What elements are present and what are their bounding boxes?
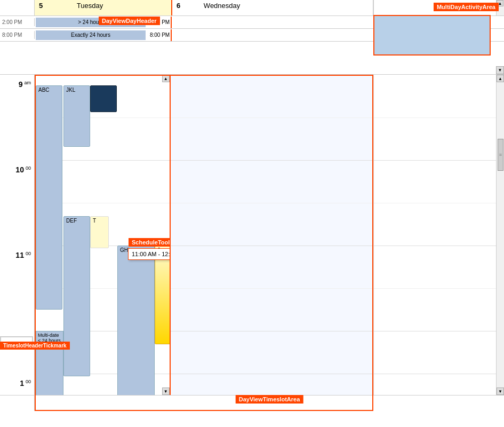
event-jkl[interactable]: JKL (63, 85, 90, 147)
tuesday-label: Tuesday (77, 2, 103, 10)
scrollbar-down-arrow[interactable]: ▼ (497, 388, 504, 395)
main-area: 9 am 10 00 11 00 12 pm TimeslotHeaderTic… (0, 75, 504, 395)
scrollbar-grip: ≡ (499, 152, 502, 157)
right-half-hour-1130 (374, 288, 496, 289)
hour-10: 10 (15, 165, 24, 174)
wed-hour-line-10 (171, 160, 373, 161)
event-t[interactable]: T (90, 216, 109, 248)
scrollbar-up-arrow[interactable]: ▲ (497, 75, 504, 82)
wednesday-label: Wednesday (204, 2, 240, 10)
dayview-day-header-label: DayViewDayHeader (99, 17, 160, 25)
wednesday-column (171, 75, 373, 395)
hour-11: 11 (15, 251, 24, 259)
tuesday-header: 5 Tuesday DayViewDayHeader (35, 0, 172, 15)
time-label-10: 10 00 (15, 165, 31, 174)
time-label-9am: 9 am (19, 80, 31, 89)
wed-half-hour-1030 (171, 203, 373, 203)
event-ghi[interactable]: GHI (117, 246, 155, 395)
event-jkl-label: JKL (66, 87, 75, 93)
wed-half-hour-930 (171, 117, 373, 118)
right-hour-line-10 (374, 160, 496, 161)
tuesday-num: 5 (39, 2, 43, 10)
dayview-timeslot-area-label: DayViewTimeslotArea (236, 395, 303, 404)
min-10: 00 (26, 165, 31, 171)
wed-half-hour-1130 (171, 288, 373, 289)
scroll-down-header[interactable]: ▼ (496, 66, 504, 74)
wed-hour-line-11 (171, 246, 373, 246)
right-half-hour-1030 (374, 203, 496, 203)
right-column (373, 75, 496, 395)
right-hour-line-12 (374, 331, 496, 331)
event-def-label: DEF (66, 218, 77, 224)
min-1: 00 (26, 379, 31, 384)
event-abc[interactable]: ABC (36, 85, 62, 310)
bottom-area: DayViewTimeslotArea (0, 395, 504, 411)
event-def[interactable]: DEF (63, 216, 90, 376)
event-journal1[interactable]: Journal 1 (155, 246, 171, 344)
tooltip-title-label: ScheduleToolTip (129, 238, 171, 247)
event-dark[interactable] (90, 85, 117, 112)
scrollbar[interactable]: ▲ ≡ ▼ (496, 75, 504, 395)
header-area: 5 Tuesday DayViewDayHeader 6 Wednesday ▲… (0, 0, 504, 75)
right-hour-line-1pm (374, 374, 496, 374)
event-t-label: T (93, 218, 96, 224)
allday-event2-label[interactable]: Exactly 24 hours (71, 32, 110, 38)
scroll-down-grid[interactable]: ▼ (162, 388, 170, 395)
event-abc-label: ABC (38, 87, 50, 93)
calendar-container: 5 Tuesday DayViewDayHeader 6 Wednesday ▲… (0, 0, 504, 427)
tooltip-content: 11:00 AM - 12:10 PM Task 1 (132, 251, 171, 257)
schedule-tooltip: ScheduleToolTip 11:00 AM - 12:10 PM Task… (128, 248, 171, 260)
scroll-up-grid[interactable]: ▲ (162, 75, 170, 82)
right-hour-line-11 (374, 246, 496, 246)
time-label-1pm: 1 00 (20, 379, 31, 388)
hour-1: 1 (20, 379, 24, 388)
wed-hour-line-1pm (171, 374, 373, 374)
right-half-hour-930 (374, 117, 496, 118)
hour-9: 9 (19, 80, 23, 89)
allday-left-time2: 8:00 PM (2, 32, 22, 38)
timeslot-header-tickmark-label: TimeslotHeaderTickmark (0, 342, 70, 350)
allday-left-time1: 2:00 PM (2, 19, 22, 25)
allday-event2-time: 8:00 PM (150, 32, 170, 38)
scrollbar-thumb[interactable]: ≡ (498, 139, 503, 171)
wed-hour-line-12 (171, 331, 373, 331)
time-gutter: 9 am 10 00 11 00 12 pm TimeslotHeaderTic… (0, 75, 35, 395)
wednesday-header: 6 Wednesday (172, 0, 373, 15)
multiday-activity-box (373, 15, 491, 56)
multiday-activity-area-label: MultiDayActivityArea (434, 3, 499, 11)
time-label-11: 11 00 (15, 251, 31, 259)
ampm-9: am (24, 80, 31, 85)
min-11: 00 (26, 251, 31, 256)
event-multidate[interactable]: Multi-date < 24 hours (36, 331, 63, 395)
wednesday-num: 6 (177, 2, 180, 10)
